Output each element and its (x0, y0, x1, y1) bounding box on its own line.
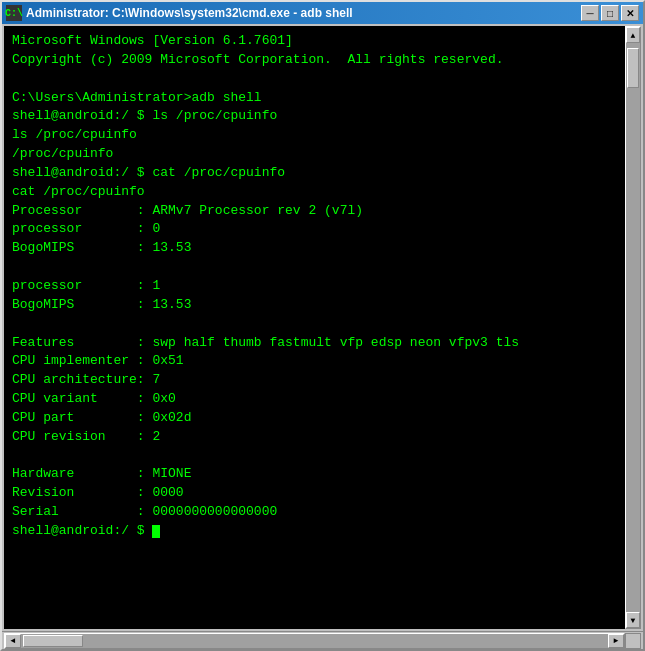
title-bar-buttons: ─ □ ✕ (581, 5, 639, 21)
terminal-cursor (152, 525, 160, 538)
scroll-thumb-vertical[interactable] (627, 48, 639, 88)
title-bar: C:\ Administrator: C:\Windows\system32\c… (2, 2, 643, 24)
bottom-bar: ◄ ► (2, 631, 643, 649)
scroll-down-button[interactable]: ▼ (626, 612, 640, 628)
terminal-output[interactable]: Microsoft Windows [Version 6.1.7601] Cop… (4, 26, 625, 629)
scrollbar-corner (625, 633, 641, 649)
minimize-button[interactable]: ─ (581, 5, 599, 21)
vertical-scrollbar[interactable]: ▲ ▼ (625, 26, 641, 629)
title-bar-left: C:\ Administrator: C:\Windows\system32\c… (6, 5, 353, 21)
scroll-thumb-horizontal[interactable] (23, 635, 83, 647)
window-title: Administrator: C:\Windows\system32\cmd.e… (26, 6, 353, 20)
close-button[interactable]: ✕ (621, 5, 639, 21)
maximize-button[interactable]: □ (601, 5, 619, 21)
window-body: Microsoft Windows [Version 6.1.7601] Cop… (2, 24, 643, 631)
scroll-left-button[interactable]: ◄ (5, 634, 21, 648)
scroll-track-horizontal[interactable] (21, 634, 608, 648)
scroll-right-button[interactable]: ► (608, 634, 624, 648)
scroll-up-button[interactable]: ▲ (626, 27, 640, 43)
scroll-track-vertical[interactable] (626, 43, 640, 612)
window: C:\ Administrator: C:\Windows\system32\c… (0, 0, 645, 651)
horizontal-scrollbar[interactable]: ◄ ► (4, 633, 625, 649)
window-icon: C:\ (6, 5, 22, 21)
